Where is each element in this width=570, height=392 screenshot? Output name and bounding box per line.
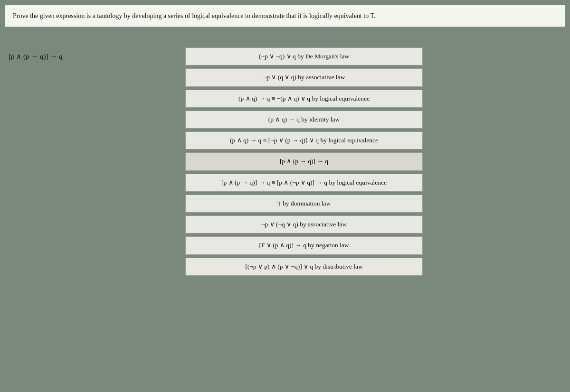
- expression-text: [p ∧ (p → q)] → q: [9, 53, 62, 60]
- step-box-10: [F ∨ (p ∧ q)] → q by negation law: [185, 236, 423, 254]
- step-box-11: [(¬p ∨ p) ∧ (p ∨ ¬q)] ∨ q by distributiv…: [185, 258, 423, 276]
- step-box-8: T by domination law: [185, 195, 423, 213]
- step-box-3: (p ∧ q) → q ≡ ¬(p ∧ q) ∨ q by logical eq…: [185, 90, 423, 108]
- expression-label: [p ∧ (p → q)] → q: [9, 52, 62, 61]
- step-box-7: [p ∧ (p → q)] → q ≡ [p ∧ (¬p ∨ q)] → q b…: [185, 174, 423, 192]
- steps-container: (¬p ∨ ¬q) ∨ q by De Morgan's law¬p ∨ (q …: [185, 47, 423, 276]
- instruction-text: Prove the given expression is a tautolog…: [13, 12, 375, 19]
- step-box-5: (p ∧ q) → q ≡ [¬p ∨ (p → q)] ∨ q by logi…: [185, 131, 423, 149]
- step-box-4: (p ∧ q) → q by identity law: [185, 111, 423, 129]
- step-box-2: ¬p ∨ (q ∨ q) by associative law: [185, 68, 423, 86]
- step-box-6: [p ∧ (p → q)] → q: [185, 152, 423, 170]
- step-box-9: ¬p ∨ (¬q ∨ q) by associative law: [185, 215, 423, 233]
- instruction-panel: Prove the given expression is a tautolog…: [5, 5, 565, 27]
- step-box-1: (¬p ∨ ¬q) ∨ q by De Morgan's law: [185, 47, 423, 65]
